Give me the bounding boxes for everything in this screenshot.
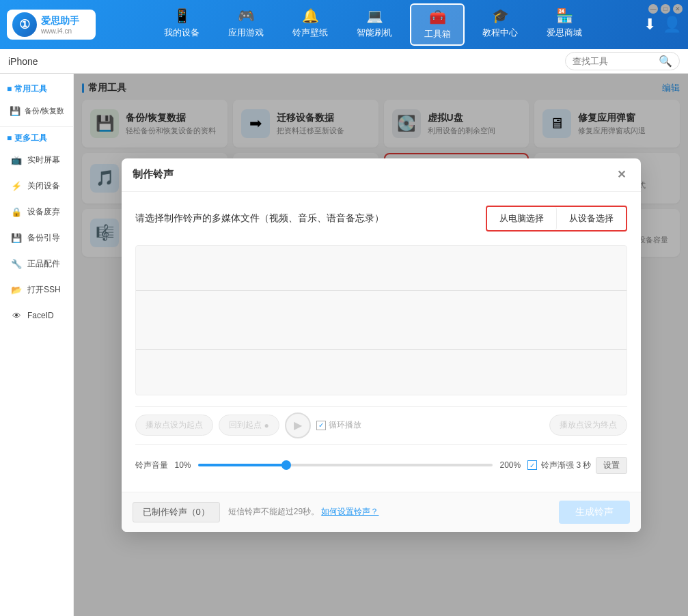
nav-right: ⬇ 👤 — [644, 16, 681, 33]
nav-icon-apps-games: 🎮 — [238, 8, 255, 24]
sms-notice-text: 短信铃声不能超过29秒。 — [228, 507, 319, 516]
back-to-start-button[interactable]: 回到起点 ● — [219, 415, 279, 436]
nav-item-smart-flash[interactable]: 💻智能刷机 — [346, 3, 403, 46]
volume-label: 铃声音量 — [135, 460, 168, 471]
nav-item-ringtone-wallpaper[interactable]: 🔔铃声壁纸 — [281, 3, 339, 46]
dialog-title: 制作铃声 — [133, 168, 174, 181]
volume-thumb — [281, 460, 291, 470]
nav-item-i4-store[interactable]: 🏪爱思商城 — [536, 3, 593, 46]
sidebar-item-faceid[interactable]: 👁 FaceID — [3, 303, 70, 328]
nav-label-i4-store: 爱思商城 — [547, 27, 582, 39]
dialog-prompt: 请选择制作铃声的多媒体文件（视频、音乐、语音备忘录） 从电脑选择 从设备选择 — [135, 206, 627, 232]
nav-items: 📱我的设备🎮应用游戏🔔铃声壁纸💻智能刷机🧰工具箱🎓教程中心🏪爱思商城 — [102, 3, 644, 46]
nav-item-apps-games[interactable]: 🎮应用游戏 — [217, 3, 275, 46]
search-icon: 🔍 — [659, 55, 672, 68]
generate-button[interactable]: 生成铃声 — [559, 501, 630, 524]
dialog-header: 制作铃声 ✕ — [122, 158, 641, 192]
nav-label-smart-flash: 智能刷机 — [357, 27, 392, 39]
sidebar-item-ssh[interactable]: 📂 打开SSH — [3, 277, 70, 302]
audio-timeline-bottom — [136, 349, 627, 350]
nav-icon-my-device: 📱 — [174, 8, 191, 24]
setup-ringtone-link[interactable]: 如何设置铃声？ — [321, 507, 379, 516]
sidebar-item-shutdown[interactable]: ⚡ 关闭设备 — [3, 173, 70, 198]
nav-item-toolbox[interactable]: 🧰工具箱 — [410, 3, 465, 46]
volume-min: 10% — [175, 460, 191, 470]
loop-setting: ✓ 铃声渐强 3 秒 设置 — [527, 457, 627, 474]
account-icon[interactable]: 👤 — [663, 16, 681, 33]
device-name: iPhone — [8, 56, 38, 67]
sidebar-item-genuine[interactable]: 🔧 正品配件 — [3, 251, 70, 276]
audio-timeline-top — [136, 290, 627, 291]
maximize-button[interactable]: □ — [661, 4, 670, 14]
dialog-footer: 已制作铃声（0） 短信铃声不能超过29秒。 如何设置铃声？ 生成铃声 — [122, 492, 641, 532]
setting-button[interactable]: 设置 — [596, 457, 627, 474]
sidebar-device-idle-label: 设备废弃 — [27, 206, 60, 218]
logo-title: 爱思助手 — [41, 15, 79, 27]
nav-icon-smart-flash: 💻 — [366, 8, 383, 24]
back-icon: ● — [264, 421, 269, 430]
sidebar-item-screen-mirror[interactable]: 📺 实时屏幕 — [3, 148, 70, 172]
playback-controls: 播放点设为起点 回到起点 ● ▶ ✓ 循环播放 播放点设为终点 — [135, 406, 627, 445]
volume-row: 铃声音量 10% 200% ✓ 铃声渐强 3 秒 设置 — [135, 453, 627, 478]
window-controls: — □ ✕ — [648, 4, 683, 14]
audio-preview — [135, 245, 627, 395]
loop-label: 循环播放 — [329, 419, 361, 431]
play-button[interactable]: ▶ — [285, 412, 311, 438]
sidebar-backup-guide-icon: 💾 — [10, 231, 23, 244]
nav-item-tutorial[interactable]: 🎓教程中心 — [471, 3, 529, 46]
logo-text: 爱思助手 www.i4.cn — [41, 15, 79, 35]
sms-notice: 短信铃声不能超过29秒。 如何设置铃声？ — [228, 506, 379, 518]
set-start-button[interactable]: 播放点设为起点 — [135, 415, 213, 436]
source-select-group: 从电脑选择 从设备选择 — [486, 206, 627, 232]
top-nav: ① 爱思助手 www.i4.cn 📱我的设备🎮应用游戏🔔铃声壁纸💻智能刷机🧰工具… — [0, 0, 688, 49]
nav-icon-tutorial: 🎓 — [492, 8, 509, 24]
loop-fade-checkbox[interactable]: ✓ — [527, 460, 537, 470]
from-pc-button[interactable]: 从电脑选择 — [487, 207, 557, 230]
made-count-button[interactable]: 已制作铃声（0） — [133, 502, 220, 522]
main-area: ■ 常用工具 💾 备份/恢复数据 ■ 更多工具 📺 实时屏幕 ⚡ 关闭设备 🔒 … — [0, 74, 688, 616]
dialog-body: 请选择制作铃声的多媒体文件（视频、音乐、语音备忘录） 从电脑选择 从设备选择 播 — [122, 192, 641, 492]
search-input[interactable] — [573, 56, 655, 66]
ringtone-dialog: 制作铃声 ✕ 请选择制作铃声的多媒体文件（视频、音乐、语音备忘录） 从电脑选择 … — [122, 158, 641, 532]
sidebar-ssh-icon: 📂 — [10, 283, 23, 296]
back-to-start-label: 回到起点 — [229, 419, 262, 431]
nav-label-my-device: 我的设备 — [164, 27, 199, 39]
device-bar: iPhone 🔍 — [0, 49, 688, 74]
sidebar-item-device-idle[interactable]: 🔒 设备废弃 — [3, 199, 70, 224]
sidebar-ssh-label: 打开SSH — [27, 284, 61, 296]
nav-label-tutorial: 教程中心 — [482, 27, 518, 39]
search-box: 🔍 — [565, 52, 680, 70]
download-icon[interactable]: ⬇ — [644, 16, 656, 33]
sidebar-screen-icon: 📺 — [10, 153, 23, 167]
minimize-button[interactable]: — — [648, 4, 658, 14]
volume-slider[interactable] — [198, 464, 493, 466]
close-button[interactable]: ✕ — [673, 4, 683, 14]
sidebar-genuine-label: 正品配件 — [27, 258, 60, 270]
dialog-close-button[interactable]: ✕ — [614, 167, 630, 183]
from-device-button[interactable]: 从设备选择 — [557, 207, 626, 230]
nav-label-ringtone-wallpaper: 铃声壁纸 — [292, 27, 328, 39]
volume-max: 200% — [499, 460, 521, 470]
sidebar: ■ 常用工具 💾 备份/恢复数据 ■ 更多工具 📺 实时屏幕 ⚡ 关闭设备 🔒 … — [0, 74, 74, 616]
sidebar-item-backup-guide[interactable]: 💾 备份引导 — [3, 225, 70, 250]
content-area: 常用工具 编辑 💾 备份/恢复数据 轻松备份和恢复设备的资料 ➡ 迁移设备数据 … — [74, 74, 688, 616]
loop-fade-label: 铃声渐强 3 秒 — [541, 460, 591, 471]
sidebar-common-title: ■ 常用工具 — [0, 79, 73, 98]
sidebar-faceid-label: FaceID — [27, 311, 54, 320]
sidebar-more-title: ■ 更多工具 — [0, 126, 73, 147]
sidebar-backup-guide-label: 备份引导 — [27, 232, 60, 244]
logo-url: www.i4.cn — [41, 27, 79, 35]
nav-item-my-device[interactable]: 📱我的设备 — [153, 3, 210, 46]
sidebar-screen-label: 实时屏幕 — [27, 154, 60, 166]
sidebar-shutdown-icon: ⚡ — [10, 179, 23, 193]
loop-check[interactable]: ✓ 循环播放 — [316, 419, 361, 431]
set-end-button[interactable]: 播放点设为终点 — [549, 415, 627, 436]
nav-label-apps-games: 应用游戏 — [228, 27, 264, 39]
sidebar-backup-icon: 💾 — [10, 104, 20, 117]
logo-icon: ① — [12, 12, 37, 37]
sidebar-faceid-icon: 👁 — [10, 309, 23, 322]
sidebar-item-backup[interactable]: 💾 备份/恢复数据 — [3, 98, 70, 123]
dialog-overlay: 制作铃声 ✕ 请选择制作铃声的多媒体文件（视频、音乐、语音备忘录） 从电脑选择 … — [74, 74, 688, 616]
nav-label-toolbox: 工具箱 — [424, 28, 451, 40]
loop-checkbox[interactable]: ✓ — [316, 421, 326, 430]
